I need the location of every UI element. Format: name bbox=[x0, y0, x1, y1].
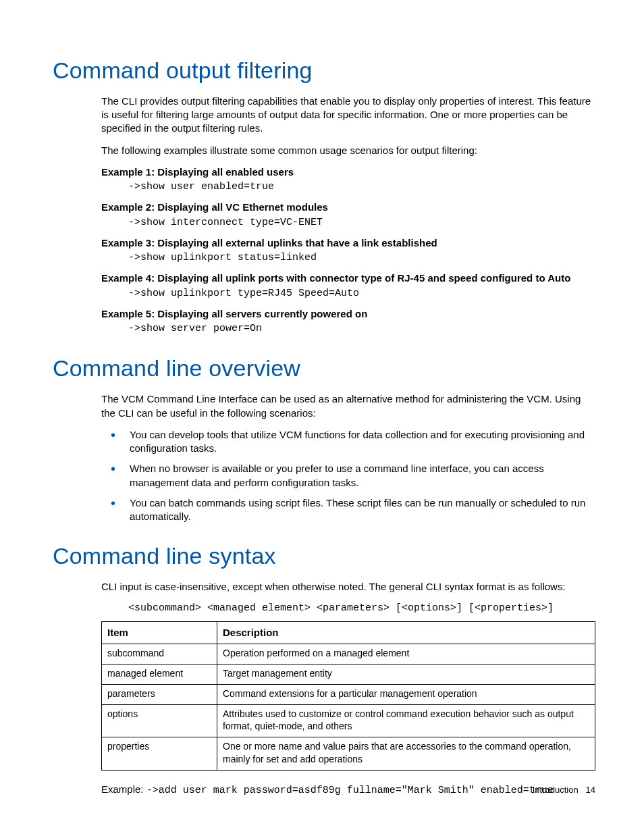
example-4-code: ->show uplinkport type=RJ45 Speed=Auto bbox=[128, 287, 595, 301]
cell-item: properties bbox=[102, 737, 217, 771]
table-row: managed element Target management entity bbox=[102, 664, 595, 684]
example-3-code: ->show uplinkport status=linked bbox=[128, 251, 595, 265]
document-page: Command output filtering The CLI provide… bbox=[0, 0, 644, 834]
syntax-format: <subcommand> <managed element> <paramete… bbox=[128, 602, 595, 615]
overview-bullet-2: When no browser is available or you pref… bbox=[101, 462, 595, 490]
heading-syntax: Command line syntax bbox=[53, 541, 595, 572]
cell-desc: Operation performed on a managed element bbox=[217, 644, 595, 664]
example-5-code: ->show server power=On bbox=[128, 322, 595, 336]
heading-overview: Command line overview bbox=[53, 353, 595, 384]
overview-bullet-1: You can develop tools that utilize VCM f… bbox=[101, 428, 595, 456]
syntax-table: Item Description subcommand Operation pe… bbox=[101, 621, 595, 771]
overview-bullets: You can develop tools that utilize VCM f… bbox=[101, 428, 595, 524]
cell-item: managed element bbox=[102, 664, 217, 684]
example-3-title: Example 3: Displaying all external uplin… bbox=[101, 236, 595, 250]
example-2-code: ->show interconnect type=VC-ENET bbox=[128, 216, 595, 230]
filtering-content: The CLI provides output filtering capabi… bbox=[101, 95, 595, 336]
th-item: Item bbox=[102, 621, 217, 644]
example-2-title: Example 2: Displaying all VC Ethernet mo… bbox=[101, 201, 595, 214]
syntax-content: CLI input is case-insensitive, except wh… bbox=[101, 580, 595, 798]
overview-content: The VCM Command Line Interface can be us… bbox=[101, 392, 595, 523]
cell-desc: One or more name and value pairs that ar… bbox=[217, 737, 595, 771]
example-1-title: Example 1: Displaying all enabled users bbox=[101, 165, 595, 179]
page-footer: Introduction 14 bbox=[533, 784, 595, 796]
table-row: parameters Command extensions for a part… bbox=[102, 684, 595, 704]
syntax-example-line: Example: ->add user mark password=asdf89… bbox=[101, 783, 595, 798]
overview-intro: The VCM Command Line Interface can be us… bbox=[101, 392, 595, 420]
cell-desc: Target management entity bbox=[217, 664, 595, 684]
cell-item: options bbox=[102, 704, 217, 737]
heading-filtering: Command output filtering bbox=[53, 55, 595, 86]
filtering-intro-2: The following examples illustrate some c… bbox=[101, 144, 595, 157]
table-row: options Attributes used to customize or … bbox=[102, 704, 595, 737]
footer-page: 14 bbox=[586, 785, 595, 795]
table-header-row: Item Description bbox=[102, 621, 595, 644]
cell-desc: Attributes used to customize or control … bbox=[217, 704, 595, 737]
syntax-intro: CLI input is case-insensitive, except wh… bbox=[101, 580, 595, 594]
cell-desc: Command extensions for a particular mana… bbox=[217, 684, 595, 704]
cell-item: subcommand bbox=[102, 644, 217, 664]
example-1-code: ->show user enabled=true bbox=[128, 180, 595, 194]
cell-item: parameters bbox=[102, 684, 217, 704]
example-5-title: Example 5: Displaying all servers curren… bbox=[101, 307, 595, 321]
example-label: Example: bbox=[101, 783, 146, 795]
footer-section: Introduction bbox=[533, 785, 579, 795]
table-row: subcommand Operation performed on a mana… bbox=[102, 644, 595, 664]
example-code: ->add user mark password=asdf89g fullnam… bbox=[146, 785, 554, 796]
example-4-title: Example 4: Displaying all uplink ports w… bbox=[101, 271, 595, 285]
table-row: properties One or more name and value pa… bbox=[102, 737, 595, 771]
overview-bullet-3: You can batch commands using script file… bbox=[101, 496, 595, 524]
filtering-intro-1: The CLI provides output filtering capabi… bbox=[101, 95, 595, 136]
th-description: Description bbox=[217, 621, 595, 644]
